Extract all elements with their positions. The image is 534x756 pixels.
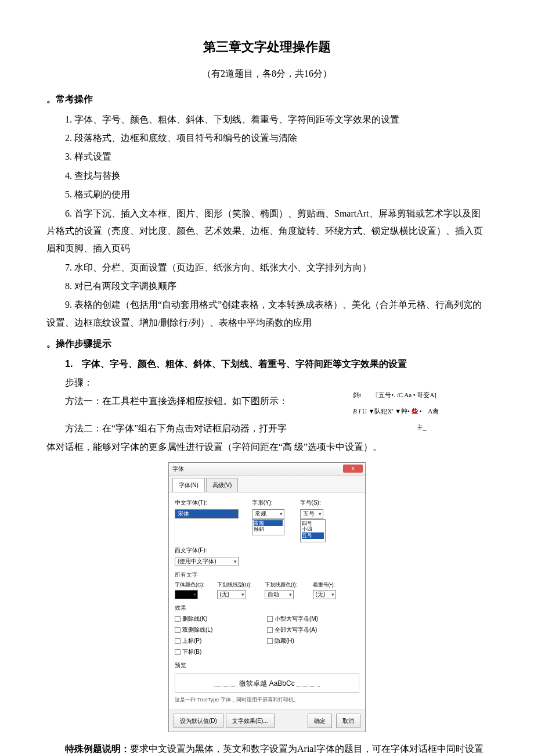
group-preview: 预览 — [175, 660, 359, 671]
ribbon-text: 斜t — [353, 391, 361, 398]
section1-label: 常考操作 — [56, 94, 93, 104]
select-size[interactable]: 五号 — [300, 509, 323, 519]
page-subtitle: （有2道题目，各8分，共16分） — [46, 65, 488, 82]
label-font-color: 字体颜色(C): — [175, 582, 204, 588]
row-all-text: 字体颜色(C): 下划线线型(U): (无) 下划线颜色(I): 自动 着重号(… — [175, 580, 359, 600]
select-cn-font[interactable]: 宋体 — [175, 509, 239, 519]
list-item[interactable]: 小四 — [302, 526, 312, 532]
select-style[interactable]: 常规 — [252, 509, 284, 519]
cb-hidden[interactable]: 隐藏(H) — [267, 635, 359, 646]
label-underline-color: 下划线颜色(I): — [265, 582, 297, 588]
tab-advanced[interactable]: 高级(V) — [206, 478, 238, 492]
label-size: 字号(S): — [300, 497, 321, 508]
ribbon-text: • A禽 — [419, 408, 439, 415]
list-item[interactable]: 五号 — [302, 532, 324, 539]
dialog-body: 中文字体(T): 宋体 字形(Y): 常规 常规 倾斜 字号(S): 五号 四号 — [169, 492, 365, 710]
cb-superscript[interactable]: 上标(P) — [175, 635, 267, 646]
op-item-5: 5. 格式刷的使用 — [46, 186, 488, 203]
op-item-7: 7. 水印、分栏、页面设置（页边距、纸张方向、纸张大小、文字排列方向） — [46, 259, 488, 276]
bullet-circle: 。 — [46, 339, 56, 348]
select-west-font[interactable]: (使用中文字体) — [175, 557, 239, 566]
op-item-8: 8. 对已有两段文字调换顺序 — [46, 278, 488, 295]
page-title: 第三章文字处理操作题 — [46, 35, 488, 59]
op-item-2: 2. 段落格式、边框和底纹、项目符号和编号的设置与清除 — [46, 129, 488, 147]
special-note-label: 特殊例题说明： — [65, 744, 130, 754]
section-operation-hints: 。操作步骤提示 — [46, 335, 488, 352]
method-2b: 体对话框，能够对字体的更多属性进行设置（字符间距在“高 级”选项卡中设置）。 — [46, 438, 488, 456]
font-dialog: 字体 X 字体(N)高级(V) 中文字体(T): 宋体 字形(Y): 常规 常规… — [168, 462, 366, 732]
list-size[interactable]: 四号 小四 五号 — [300, 519, 326, 542]
bullet-circle: 。 — [46, 94, 56, 104]
cb-double-strike[interactable]: 双删除线(L) — [175, 624, 267, 635]
preview-text: 微软卓越 AaBbCc — [239, 679, 294, 687]
label-cn-font: 中文字体(T): — [175, 497, 207, 508]
section2-label: 操作步骤提示 — [56, 339, 111, 348]
ribbon-text: 〔五号•. /C Aa • 哥变A] — [372, 391, 436, 398]
op-item-6: 6. 首字下沉、插入文本框、图片、图形（笑脸、椭圆）、剪贴画、SmartArt、… — [46, 205, 488, 258]
list-style[interactable]: 常规 倾斜 — [252, 519, 284, 535]
dialog-titlebar: 字体 X — [169, 463, 365, 476]
select-underline-style[interactable]: (无) — [217, 590, 246, 599]
ribbon-line-2: B I U ▼队犯X' ▼艸• 些 • A禽 — [353, 406, 488, 417]
btn-cancel[interactable]: 取消 — [336, 714, 360, 728]
dotted-line — [214, 681, 237, 687]
label-emphasis: 着重号(•): — [313, 582, 335, 588]
cb-all-caps[interactable]: 全部大写字母(A) — [267, 624, 359, 635]
cb-strikethrough[interactable]: 删除线(K) — [175, 613, 267, 624]
cb-subscript[interactable]: 下标(B) — [175, 646, 267, 657]
list-item[interactable]: 四号 — [302, 520, 312, 526]
section-frequently-tested: 。常考操作 — [46, 91, 488, 108]
tab-font[interactable]: 字体(N) — [172, 478, 205, 492]
label-style: 字形(Y): — [252, 497, 273, 508]
row-west-font: 西文字体(F): (使用中文字体) — [175, 545, 359, 567]
dotted-line — [297, 681, 320, 687]
group-all-text: 所有文字 — [175, 569, 359, 580]
step-1-heading: 1. 字体、字号、颜色、粗体、斜体、下划线、着重号、字符间距等文字效果的设置 — [46, 355, 488, 373]
ribbon-line-3: 主_ — [353, 423, 488, 433]
label-west-font: 西文字体(F): — [175, 545, 207, 556]
op-item-9: 9. 表格的创建（包括用“自动套用格式”创建表格，文本转换成表格）、美化（合并单… — [46, 296, 488, 332]
preview-box: 微软卓越 AaBbCc — [175, 673, 359, 693]
btn-text-effect[interactable]: 文字效果(E)... — [226, 714, 275, 728]
label-underline-style: 下划线线型(U): — [217, 582, 252, 588]
ribbon-biu: B I — [353, 408, 360, 415]
btn-ok[interactable]: 确定 — [308, 714, 332, 728]
select-emphasis[interactable]: (无) — [313, 590, 336, 599]
special-note-paragraph: 特殊例题说明：要求中文设置为黑体，英文和数字设置为Arial字体的题目，可在字体… — [46, 740, 488, 756]
row-fonts: 中文字体(T): 宋体 字形(Y): 常规 常规 倾斜 字号(S): 五号 四号 — [175, 497, 359, 542]
list-item[interactable]: 常规 — [254, 520, 283, 527]
cb-small-caps[interactable]: 小型大写字母(M) — [267, 613, 359, 624]
op-item-3: 3. 样式设置 — [46, 148, 488, 165]
btn-set-default[interactable]: 设为默认值(D) — [174, 714, 223, 728]
op-item-4: 4. 查找与替换 — [46, 167, 488, 185]
step-label: 步骤： — [46, 374, 488, 391]
ribbon-line-1: 斜t 〔五号•. /C Aa • 哥变A] — [353, 390, 488, 401]
dialog-tabs: 字体(N)高级(V) — [169, 476, 365, 492]
op-item-1: 1. 字体、字号、颜色、粗体、斜体、下划线、着重号、字符间距等文字效果的设置 — [46, 111, 488, 128]
list-item[interactable]: 倾斜 — [254, 526, 264, 532]
effects-grid: 删除线(K) 双删除线(L) 上标(P) 下标(B) 小型大写字母(M) 全部大… — [175, 613, 359, 657]
close-icon[interactable]: X — [343, 465, 363, 473]
ribbon-text: U ▼队犯X' ▼艸• — [362, 408, 412, 415]
group-effects: 效果 — [175, 602, 359, 613]
dialog-title: 字体 — [172, 466, 184, 472]
dialog-footer: 设为默认值(D) 文字效果(E)... 确定 取消 — [169, 710, 365, 732]
preview-note: 这是一种 TrueType 字体，同时适用于屏幕和打印机。 — [175, 695, 359, 705]
select-font-color[interactable] — [175, 590, 198, 599]
font-dialog-figure: 字体 X 字体(N)高级(V) 中文字体(T): 宋体 字形(Y): 常规 常规… — [46, 462, 488, 732]
select-underline-color[interactable]: 自动 — [265, 590, 294, 599]
ribbon-snippet: 斜t 〔五号•. /C Aa • 哥变A] B I U ▼队犯X' ▼艸• 些 … — [348, 390, 488, 433]
ribbon-highlight-icon: 些 — [412, 408, 418, 415]
